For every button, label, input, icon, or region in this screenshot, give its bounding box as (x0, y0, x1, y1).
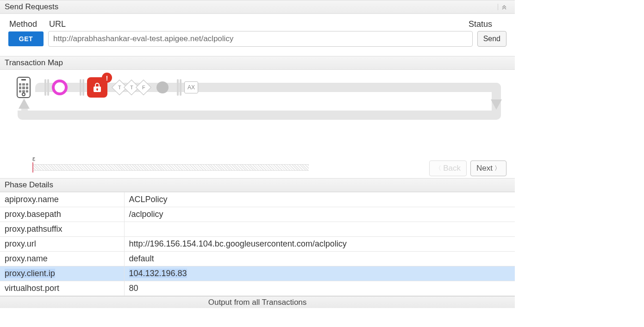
label-url: URL (49, 19, 464, 29)
detail-value: default (124, 252, 515, 266)
transaction-map-title: Transaction Map (5, 58, 63, 68)
detail-value: 104.132.196.83 (124, 266, 515, 281)
flow-pipe-icon (80, 79, 84, 96)
ax-node[interactable]: AX (184, 81, 198, 93)
detail-value: ACLPolicy (124, 192, 515, 207)
detail-key: proxy.basepath (0, 207, 124, 222)
timeline-marker[interactable] (32, 162, 33, 173)
collapse-send-requests[interactable] (498, 4, 510, 10)
back-button[interactable]: 〈Back (429, 160, 467, 176)
client-device-icon[interactable] (17, 77, 31, 98)
phase-details-header: Phase Details (0, 178, 515, 192)
next-button[interactable]: Next〉 (470, 160, 506, 176)
url-input[interactable] (48, 31, 473, 47)
detail-key: proxy.client.ip (0, 266, 124, 281)
table-row[interactable]: virtualhost.port80 (0, 281, 515, 296)
flow-node[interactable] (156, 81, 169, 93)
table-row[interactable]: proxy.client.ip104.132.196.83 (0, 266, 515, 281)
output-footer[interactable]: Output from all Transactions (0, 296, 515, 308)
send-button[interactable]: Send (477, 31, 506, 47)
detail-value (124, 222, 515, 237)
chevron-left-icon: 〈 (435, 164, 441, 173)
table-row[interactable]: proxy.urlhttp://196.156.154.104.bc.googl… (0, 237, 515, 252)
chevron-right-icon: 〉 (494, 164, 500, 173)
detail-value: 80 (124, 281, 515, 296)
condition-node[interactable]: F (136, 80, 151, 95)
flow-pipe-icon (177, 79, 181, 96)
transaction-map-header: Transaction Map (0, 56, 515, 70)
chevron-double-up-icon (501, 4, 507, 10)
table-row[interactable]: proxy.namedefault (0, 252, 515, 266)
detail-value: http://196.156.154.104.bc.googleusercont… (124, 237, 515, 252)
detail-key: proxy.url (0, 237, 124, 252)
transaction-flow: ! T T F AX (8, 76, 506, 132)
lock-icon (92, 82, 103, 93)
error-badge-icon: ! (102, 73, 112, 83)
send-requests-title: Send Requests (5, 2, 58, 12)
detail-key: proxy.pathsuffix (0, 222, 124, 237)
label-status: Status (469, 19, 506, 29)
send-requests-header: Send Requests (0, 0, 515, 14)
table-row[interactable]: apiproxy.nameACLPolicy (0, 192, 515, 207)
flow-pipe-icon (44, 79, 49, 96)
detail-key: virtualhost.port (0, 281, 124, 296)
method-button[interactable]: GET (8, 31, 44, 46)
epsilon-label: ε (32, 155, 35, 162)
detail-key: apiproxy.name (0, 192, 124, 207)
output-footer-label: Output from all Transactions (208, 298, 307, 307)
request-start-node[interactable] (52, 80, 68, 95)
label-method: Method (9, 19, 44, 29)
table-row[interactable]: proxy.basepath/aclpolicy (0, 207, 515, 222)
transaction-timeline[interactable]: ε (32, 155, 420, 173)
acl-policy-node[interactable]: ! (87, 77, 107, 98)
arrow-down-icon (491, 99, 502, 110)
phase-details-table: apiproxy.nameACLPolicyproxy.basepath/acl… (0, 192, 515, 296)
detail-key: proxy.name (0, 252, 124, 266)
table-row[interactable]: proxy.pathsuffix (0, 222, 515, 237)
detail-value: /aclpolicy (124, 207, 515, 222)
phase-details-title: Phase Details (5, 180, 53, 190)
arrow-up-icon (19, 99, 30, 109)
